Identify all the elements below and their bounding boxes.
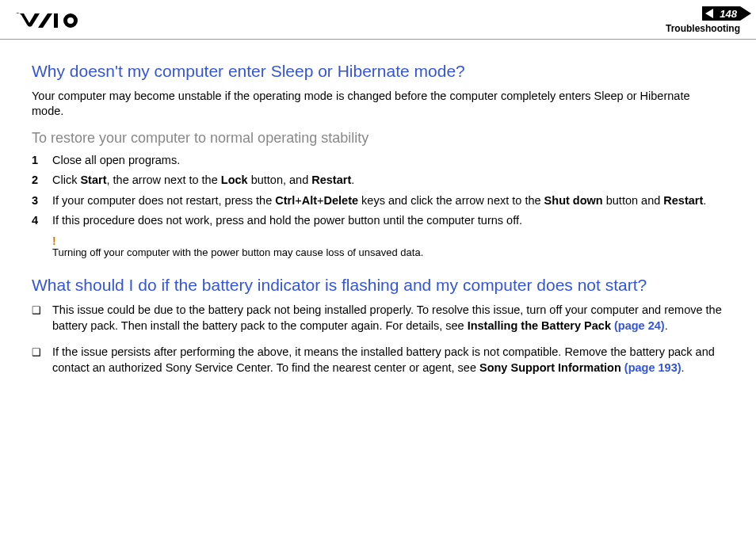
link-page-193[interactable]: (page 193) bbox=[624, 361, 682, 374]
question-1-title: Why doesn't my computer enter Sleep or H… bbox=[32, 62, 724, 81]
warning-icon: ! bbox=[52, 235, 724, 246]
link-page-24[interactable]: (page 24) bbox=[614, 319, 665, 332]
bullet-2: If the issue persists after performing t… bbox=[32, 345, 724, 376]
section-name: Troubleshooting bbox=[666, 23, 740, 34]
warning-text: Turning off your computer with the power… bbox=[52, 246, 724, 258]
question-1-subhead: To restore your computer to normal opera… bbox=[32, 130, 724, 147]
page-header: 148 Troubleshooting bbox=[0, 0, 756, 40]
question-1-intro: Your computer may become unstable if the… bbox=[32, 89, 724, 119]
warning-note: ! Turning off your computer with the pow… bbox=[52, 235, 724, 258]
svg-rect-0 bbox=[54, 13, 58, 28]
next-page-icon[interactable] bbox=[740, 6, 751, 21]
step-4: If this procedure does not work, press a… bbox=[32, 213, 724, 229]
step-3: If your computer does not restart, press… bbox=[32, 193, 724, 209]
question-2-title: What should I do if the battery indicato… bbox=[32, 276, 724, 295]
bullet-1: This issue could be due to the battery p… bbox=[32, 303, 724, 334]
restore-steps-list: Close all open programs. Click Start, th… bbox=[32, 153, 724, 229]
prev-page-icon[interactable] bbox=[705, 9, 713, 18]
question-2-bullets: This issue could be due to the battery p… bbox=[32, 303, 724, 376]
page-number-badge[interactable]: 148 bbox=[702, 6, 740, 21]
step-2: Click Start, the arrow next to the Lock … bbox=[32, 173, 724, 189]
page-number: 148 bbox=[716, 8, 740, 20]
vaio-logo bbox=[16, 12, 87, 29]
page-content: Why doesn't my computer enter Sleep or H… bbox=[0, 40, 756, 402]
step-1: Close all open programs. bbox=[32, 153, 724, 169]
